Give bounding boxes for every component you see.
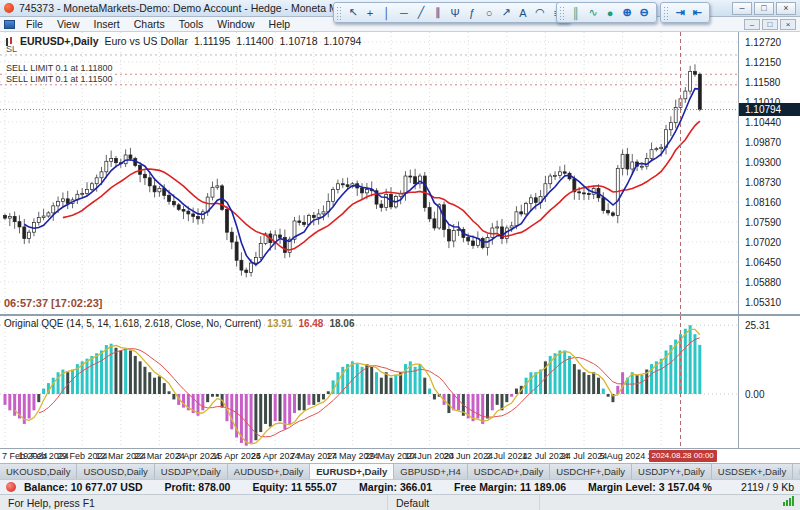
margin-text: Margin: 366.01	[359, 481, 432, 493]
traffic-text: 2119 / 9 Kb	[741, 481, 794, 493]
price-tick: 1.12150	[745, 57, 781, 68]
indicator-panel[interactable]: Original QQE (14, 5, 14, 1.618, 2.618, C…	[0, 314, 800, 448]
indicator-axis[interactable]: 25.310.00	[738, 316, 800, 448]
statusbar-spacer	[540, 495, 783, 510]
toolbar-grip[interactable]	[336, 6, 341, 20]
auto-trading-icon[interactable]: ●	[602, 4, 618, 21]
tab-usdjpy[interactable]: USDJPY,Daily	[155, 464, 228, 479]
price-tick: 1.07020	[745, 237, 781, 248]
tab-usdcad+[interactable]: USDCAD+,Daily	[468, 464, 550, 479]
price-tick: 1.08160	[745, 197, 781, 208]
tab-usdsek+[interactable]: USDSEK+,Daily	[712, 464, 793, 479]
price-tick: 1.09870	[745, 137, 781, 148]
indicator-header: Original QQE (14, 5, 14, 1.618, 2.618, C…	[4, 318, 354, 329]
indicator-value-3: 18.06	[329, 318, 354, 329]
pending-order-label[interactable]: SELL LIMIT 0.1 at 1.11800	[4, 63, 114, 73]
toolbar-scroll-tools: ⇥⇤	[660, 2, 710, 23]
cycle-lines-icon[interactable]: ◠	[532, 4, 548, 21]
menu-item-insert[interactable]: Insert	[87, 18, 127, 30]
chart-window-icon	[4, 20, 15, 29]
shapes-icon[interactable]: ○	[481, 4, 497, 21]
chart-shift-icon[interactable]: ⇤	[689, 4, 705, 21]
price-tick: 1.06450	[745, 257, 781, 268]
toolbar-grip[interactable]	[663, 6, 668, 20]
tab-audusd+[interactable]: AUDUSD+,Daily	[228, 464, 310, 479]
chart-symbol: EURUSD+,Daily	[20, 35, 98, 47]
menu-item-window[interactable]: Window	[210, 18, 261, 30]
arrows-icon[interactable]: ↗	[498, 4, 514, 21]
zoom-out-icon[interactable]: ⊖	[636, 4, 652, 21]
mdi-window-controls: –□×	[744, 19, 796, 30]
toolbar-drawing-tools: ↖+│─╱∥Ψƒ○↗A◠≡	[333, 2, 570, 23]
pending-order-label[interactable]: SELL LIMIT 0.1 at 1.11500	[4, 74, 114, 84]
trendline-icon[interactable]: ╱	[413, 4, 429, 21]
mdi-minimize-button[interactable]: –	[744, 19, 760, 30]
ohlc-open: 1.11195	[194, 35, 230, 47]
tab-usdchf+[interactable]: USDCHF+,Daily	[550, 464, 632, 479]
indicator-tick: 0.00	[745, 389, 764, 400]
price-axis[interactable]: 1.127201.121501.115801.110101.104401.098…	[738, 32, 800, 314]
margin-level-text: Margin Level: 3 157.04 %	[588, 481, 712, 493]
channel-icon[interactable]: ∥	[430, 4, 446, 21]
price-tick: 1.08730	[745, 177, 781, 188]
time-axis[interactable]: 7 Feb 202419 Feb 202429 Feb 202412 Mar 2…	[0, 448, 800, 463]
price-chart-panel[interactable]: EURUSD+,Daily Euro vs US Dollar 1.11195 …	[0, 32, 800, 314]
date-tick: 5 Aug 2024	[600, 451, 646, 461]
tab-eurusd+[interactable]: EURUSD+,Daily	[310, 464, 394, 479]
ohlc-close: 1.10794	[324, 35, 362, 47]
menu-item-tools[interactable]: Tools	[172, 18, 211, 30]
menu-item-file[interactable]: File	[19, 18, 50, 30]
ma-fast-line	[24, 89, 700, 265]
mt5-window: 745373 - MonetaMarkets-Demo: Demo Accoun…	[0, 0, 800, 510]
minimize-button[interactable]: –	[732, 2, 752, 15]
account-icon	[6, 482, 16, 492]
cursor-icon[interactable]: ↖	[345, 4, 361, 21]
tab-ukousd[interactable]: UKOUSD,Daily	[0, 464, 77, 479]
chart-description: Euro vs US Dollar	[104, 35, 187, 47]
tab-usdjpy+[interactable]: USDJPY+,Daily	[632, 464, 712, 479]
app-icon	[4, 3, 14, 13]
menu-item-view[interactable]: View	[50, 18, 87, 30]
tab-gbpusd+[interactable]: GBPUSD+,H4	[394, 464, 467, 479]
line-chart-icon[interactable]: ∿	[585, 4, 601, 21]
horizontal-line-icon[interactable]: ─	[396, 4, 412, 21]
maximize-button[interactable]: □	[754, 2, 774, 15]
menu-items: FileViewInsertChartsToolsWindowHelp	[19, 18, 297, 30]
ohlc-high: 1.11400	[236, 35, 273, 47]
crosshair-icon[interactable]: +	[362, 4, 378, 21]
ohlc-low: 1.10718	[280, 35, 318, 47]
stop-loss-label[interactable]: SL	[6, 44, 17, 54]
current-price-box: 1.10794	[739, 103, 800, 116]
toolbar-grip[interactable]	[559, 6, 564, 20]
balance-text: Balance: 10 677.07 USD	[24, 481, 142, 493]
andrews-pitchfork-icon[interactable]: Ψ	[447, 4, 463, 21]
indicator-value-1: 13.91	[267, 318, 292, 329]
connection-bars-icon	[783, 496, 800, 509]
mdi-close-button[interactable]: ×	[780, 19, 796, 30]
menu-item-help[interactable]: Help	[262, 18, 298, 30]
fibonacci-icon[interactable]: ƒ	[464, 4, 480, 21]
tab-usousd[interactable]: USOUSD,Daily	[77, 464, 154, 479]
profit-text: Profit: 878.00	[164, 481, 230, 493]
price-tick: 1.10440	[745, 117, 781, 128]
zoom-in-icon[interactable]: ⊕	[619, 4, 635, 21]
text-icon[interactable]: A	[515, 4, 531, 21]
free-margin-text: Free Margin: 11 189.06	[454, 481, 566, 493]
tab-nzdusd+[interactable]: NZDUSD+,Daily	[793, 464, 800, 479]
chart-header: EURUSD+,Daily Euro vs US Dollar 1.11195 …	[4, 35, 361, 47]
price-tick: 1.12720	[745, 37, 781, 48]
indicator-value-2: 16.48	[298, 318, 323, 329]
ma-slow-line	[63, 121, 700, 250]
menu-item-charts[interactable]: Charts	[127, 18, 172, 30]
qqe-histogram[interactable]	[0, 316, 738, 448]
help-text: For Help, press F1	[0, 495, 388, 510]
auto-scroll-icon[interactable]: ⇥	[672, 4, 688, 21]
candle-timer: 06:57:37 [17:02:23]	[4, 297, 102, 309]
indicator-name: Original QQE (14, 5, 14, 1.618, 2.618, C…	[4, 318, 261, 329]
vertical-line-icon[interactable]: │	[379, 4, 395, 21]
mdi-restore-button[interactable]: □	[762, 19, 778, 30]
bar-chart-icon[interactable]: ║	[568, 4, 584, 21]
profile-selector[interactable]: Default	[388, 495, 540, 510]
close-button[interactable]: ×	[776, 2, 796, 15]
window-controls: –□×	[732, 2, 796, 15]
